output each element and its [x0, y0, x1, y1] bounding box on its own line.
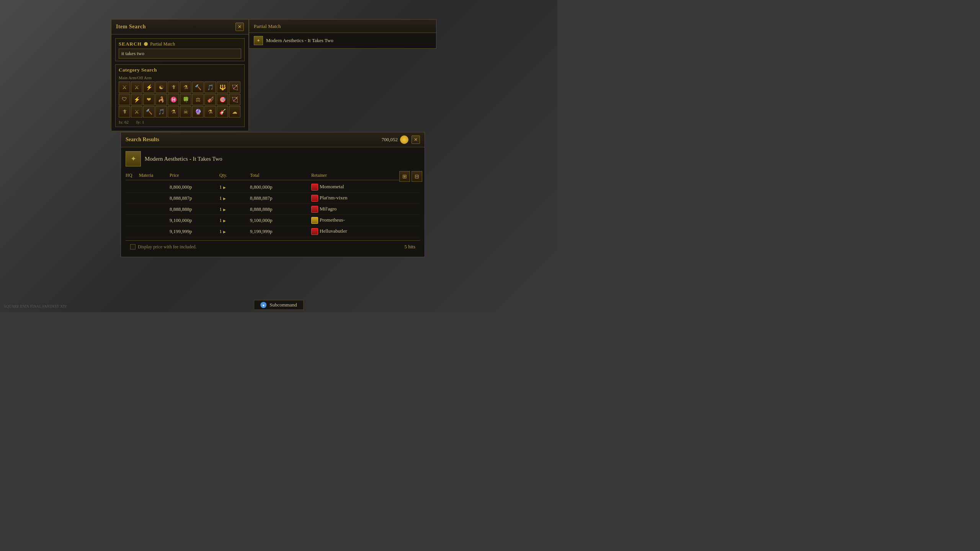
- gold-coin-icon: [400, 135, 408, 144]
- checkbox-row: Display price with fee included.: [130, 244, 197, 250]
- cell-qty-4: 1 ▶: [219, 228, 250, 235]
- col-qty: Qty.: [219, 173, 250, 178]
- search-results-close-button[interactable]: ✕: [412, 135, 420, 144]
- cell-price-0: 8,800,000p: [170, 184, 219, 190]
- table-row[interactable]: 9,100,000p 1 ▶ 9,100,000p Prometheus-: [126, 215, 420, 226]
- weapon-icon-22[interactable]: 🔨: [143, 106, 155, 117]
- cell-qty-0: 1 ▶: [219, 184, 250, 190]
- subcommand-symbol: ●: [262, 303, 265, 307]
- col-retainer: Retainer: [311, 173, 369, 178]
- weapon-icon-4[interactable]: 🗡: [168, 82, 179, 93]
- cell-retainer-4: Helluvabutler: [311, 228, 369, 235]
- toolbar-icons: ⊞ ⊟: [399, 171, 422, 182]
- count-ix: Ix: 62: [119, 120, 129, 124]
- retainer-icon-0: [311, 184, 318, 191]
- table-row[interactable]: 8,800,000p 1 ▶ 8,800,000p Momometal: [126, 182, 420, 193]
- search-input[interactable]: [119, 49, 241, 59]
- retainer-icon-1: [311, 195, 318, 202]
- weapon-icon-7[interactable]: 🎵: [204, 82, 216, 93]
- weapon-icon-13[interactable]: 🦂: [155, 94, 167, 105]
- weapon-icon-24[interactable]: ⚗: [168, 106, 179, 117]
- weapon-icon-11[interactable]: ⚡: [131, 94, 142, 105]
- weapon-icon-12[interactable]: ❤: [143, 94, 155, 105]
- category-search-section: Category Search Main Arm/Off Arm ⚔⚔⚡☯🗡⚗🔨…: [115, 64, 245, 127]
- weapon-icon-9[interactable]: 🏹: [229, 82, 240, 93]
- partial-match-panel-title: Partial Match: [254, 23, 281, 29]
- weapon-icon-10[interactable]: 🛡: [119, 94, 130, 105]
- search-header: Search Partial Match: [119, 41, 241, 47]
- weapon-icon-0[interactable]: ⚔: [119, 82, 130, 93]
- cell-total-4: 9,199,999p: [250, 228, 311, 235]
- results-title: Search Results: [126, 137, 159, 143]
- item-search-body: Search Partial Match Category Search Mai…: [111, 34, 248, 131]
- cell-retainer-1: Plat'nm-vixen: [311, 195, 369, 202]
- item-search-close-button[interactable]: ✕: [235, 23, 244, 31]
- weapon-icon-1[interactable]: ⚔: [131, 82, 142, 93]
- retainer-icon-3: [311, 217, 318, 224]
- filter-toolbar-icon[interactable]: ⊟: [412, 171, 422, 182]
- fee-checkbox[interactable]: [130, 244, 136, 249]
- weapon-icon-27[interactable]: ⚗: [204, 106, 216, 117]
- partial-match-panel: Partial Match ✦ Modern Aesthetics - It T…: [249, 19, 436, 49]
- table-row[interactable]: 8,888,887p 1 ▶ 8,888,887p Plat'nm-vixen: [126, 193, 420, 204]
- col-materia: Materia: [139, 173, 170, 178]
- weapon-icon-23[interactable]: 🎵: [155, 106, 167, 117]
- weapon-icon-18[interactable]: 🎯: [217, 94, 228, 105]
- item-search-title-bar: Item Search ✕: [111, 20, 248, 34]
- filter-icon: ⊟: [415, 173, 419, 180]
- retainer-icon-4: [311, 228, 318, 235]
- partial-match-header: Partial Match: [249, 20, 436, 33]
- partial-match-indicator: [144, 42, 148, 46]
- weapon-icon-8[interactable]: 🔱: [217, 82, 228, 93]
- cell-qty-1: 1 ▶: [219, 195, 250, 201]
- partial-match-result-item[interactable]: ✦ Modern Aesthetics - It Takes Two: [249, 33, 436, 48]
- cell-retainer-3: Prometheus-: [311, 217, 369, 224]
- weapon-icon-28[interactable]: 🎸: [217, 106, 228, 117]
- col-hq: HQ: [126, 173, 139, 178]
- cell-retainer-2: Mil'agro: [311, 206, 369, 213]
- play-icon-2: ▶: [223, 208, 226, 212]
- item-name-large: Modern Aesthetics - It Takes Two: [145, 156, 222, 162]
- category-sublabel: Main Arm/Off Arm: [119, 75, 241, 80]
- cell-price-4: 9,199,999p: [170, 228, 219, 235]
- subcommand-text: Subcommand: [270, 302, 297, 308]
- currency-display: 700,052: [382, 135, 408, 144]
- subcommand-bar: ● Subcommand: [254, 300, 304, 310]
- table-row[interactable]: 8,888,888p 1 ▶ 8,888,888p Mil'agro: [126, 204, 420, 215]
- weapon-icon-16[interactable]: ⚖: [192, 94, 204, 105]
- weapon-icon-19[interactable]: 🏹: [229, 94, 240, 105]
- results-table: 8,800,000p 1 ▶ 8,800,000p Momometal 8,88…: [126, 182, 420, 237]
- cell-price-3: 9,100,000p: [170, 217, 219, 223]
- weapon-icon-5[interactable]: ⚗: [180, 82, 191, 93]
- copy-icon: ⊞: [402, 173, 407, 180]
- cell-total-3: 9,100,000p: [250, 217, 311, 223]
- results-body: ✦ Modern Aesthetics - It Takes Two HQ Ma…: [121, 147, 425, 257]
- cell-qty-2: 1 ▶: [219, 206, 250, 212]
- table-row[interactable]: 9,199,999p 1 ▶ 9,199,999p Helluvabutler: [126, 226, 420, 237]
- partial-match-text: Partial Match: [150, 41, 175, 47]
- weapon-icon-25[interactable]: ☠: [180, 106, 191, 117]
- cell-total-0: 8,800,000p: [250, 184, 311, 190]
- close-icon: ✕: [238, 24, 242, 30]
- weapon-icon-21[interactable]: ⚔: [131, 106, 142, 117]
- count-row: Ix: 62 Iy: 1: [119, 120, 241, 124]
- item-icon-large: ✦: [126, 151, 141, 166]
- copy-toolbar-icon[interactable]: ⊞: [399, 171, 410, 182]
- item-icon-symbol: ✦: [256, 38, 260, 44]
- weapon-icon-29[interactable]: ☁: [229, 106, 240, 117]
- cell-total-2: 8,888,888p: [250, 206, 311, 212]
- results-title-bar: Search Results 700,052 ✕: [121, 132, 425, 147]
- weapon-icon-6[interactable]: 🔨: [192, 82, 204, 93]
- weapon-icon-14[interactable]: ♓: [168, 94, 179, 105]
- weapon-icon-3[interactable]: ☯: [155, 82, 167, 93]
- weapon-icon-20[interactable]: 🗡: [119, 106, 130, 117]
- weapon-icon-17[interactable]: 🎻: [204, 94, 216, 105]
- count-iy: Iy: 1: [136, 120, 144, 124]
- weapon-icon-2[interactable]: ⚡: [143, 82, 155, 93]
- cell-qty-3: 1 ▶: [219, 217, 250, 223]
- weapon-icon-26[interactable]: 🔮: [192, 106, 204, 117]
- bottom-bar: Display price with fee included. 5 hits: [126, 240, 420, 253]
- weapon-icon-15[interactable]: 🍀: [180, 94, 191, 105]
- play-icon-3: ▶: [223, 219, 226, 223]
- table-header: HQ Materia Price Qty. Total Retainer: [126, 171, 399, 180]
